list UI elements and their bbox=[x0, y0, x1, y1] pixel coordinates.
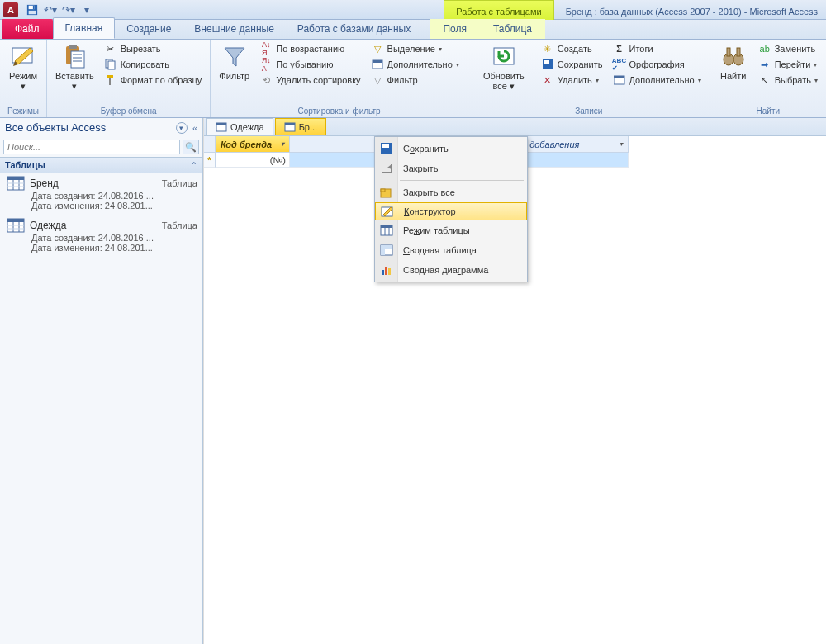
qat-save-icon[interactable] bbox=[25, 2, 40, 17]
window-title: Бренд : база данных (Access 2007 - 2010)… bbox=[554, 3, 826, 17]
filter-button[interactable]: Фильтр bbox=[216, 41, 253, 83]
save-icon bbox=[541, 58, 554, 71]
replace-label: Заменить bbox=[775, 44, 815, 54]
selection-filter-button[interactable]: ▽Выделение bbox=[368, 41, 463, 56]
view-mode-label: Режим bbox=[9, 71, 37, 81]
svg-rect-56 bbox=[388, 268, 391, 275]
more-records-button[interactable]: Дополнительно bbox=[610, 73, 705, 88]
tab-create[interactable]: Создание bbox=[115, 19, 183, 39]
save-record-label: Сохранить bbox=[558, 59, 603, 69]
tab-database-tools[interactable]: Работа с базами данных bbox=[286, 19, 422, 39]
tab-home[interactable]: Главная bbox=[53, 17, 116, 39]
table-icon bbox=[216, 121, 227, 133]
menu-item-label: Закрыть все bbox=[403, 187, 455, 197]
svg-rect-43 bbox=[382, 144, 389, 148]
menu-item-pivot-table[interactable]: Сводная таблица bbox=[375, 240, 527, 260]
column-header-label: Код бренда bbox=[221, 140, 272, 149]
column-dropdown-icon[interactable]: ▾ bbox=[281, 140, 284, 148]
group-sort-filter-label: Сортировка и фильтр bbox=[216, 105, 463, 117]
sort-desc-button[interactable]: Я↓AПо убыванию bbox=[256, 57, 363, 72]
nav-pane-header[interactable]: Все объекты Access ▾ « bbox=[0, 118, 202, 137]
menu-item-close-all[interactable]: Закрыть все bbox=[375, 182, 527, 202]
totals-button[interactable]: ΣИтоги bbox=[610, 41, 705, 56]
menu-item-pivot-chart[interactable]: Сводная диаграмма bbox=[375, 260, 527, 280]
menu-item-design-view[interactable]: Конструктор bbox=[375, 202, 527, 220]
menu-item-label: Режим таблицы bbox=[403, 225, 470, 235]
collapse-group-icon[interactable]: ⌃ bbox=[191, 161, 197, 169]
refresh-all-button[interactable]: Обновить все ▾ bbox=[473, 41, 534, 92]
search-input[interactable] bbox=[3, 140, 180, 154]
tables-group-header[interactable]: Таблицы ⌃ bbox=[0, 157, 202, 173]
qat-undo-icon[interactable]: ↶▾ bbox=[43, 2, 58, 17]
copy-button[interactable]: Копировать bbox=[101, 57, 206, 72]
nav-item-created: Дата создания: 24.08.2016 ... bbox=[7, 191, 197, 201]
advanced-filter-label: Дополнительно bbox=[387, 59, 453, 69]
menu-item-close[interactable]: Закрыть bbox=[375, 159, 527, 178]
sort-asc-icon: A↓Я bbox=[259, 42, 273, 55]
file-tab[interactable]: Файл bbox=[2, 19, 53, 39]
group-records-label: Записи bbox=[473, 105, 705, 117]
doc-tab-label: Бр... bbox=[299, 122, 318, 132]
toggle-filter-button[interactable]: ▽Фильтр bbox=[368, 73, 463, 88]
tab-table[interactable]: Таблица bbox=[480, 19, 545, 39]
nav-dropdown-icon[interactable]: ▾ bbox=[176, 122, 188, 134]
svg-rect-2 bbox=[33, 5, 35, 8]
spelling-button[interactable]: ABC✔Орфография bbox=[610, 57, 705, 72]
row-selector-new[interactable]: * bbox=[204, 153, 216, 168]
menu-item-save[interactable]: Сохранить bbox=[375, 139, 527, 159]
cut-button[interactable]: ✂Вырезать bbox=[101, 41, 206, 56]
paste-icon bbox=[61, 43, 88, 69]
document-tabs: Одежда Бр... bbox=[204, 118, 826, 136]
format-painter-button[interactable]: Формат по образцу bbox=[101, 73, 206, 88]
goto-button[interactable]: ➡Перейти bbox=[755, 57, 821, 72]
doc-tab-clothes[interactable]: Одежда bbox=[206, 118, 273, 135]
select-icon: ↖ bbox=[758, 73, 771, 87]
select-button[interactable]: ↖Выбрать bbox=[755, 73, 821, 88]
sort-asc-button[interactable]: A↓ЯПо возрастанию bbox=[256, 41, 363, 56]
nav-collapse-icon[interactable]: « bbox=[192, 123, 197, 133]
qat-redo-icon[interactable]: ↷▾ bbox=[61, 2, 76, 17]
menu-item-label: Сохранить bbox=[403, 144, 449, 154]
advanced-filter-button[interactable]: Дополнительно bbox=[368, 57, 463, 72]
find-button[interactable]: Найти bbox=[715, 41, 752, 83]
nav-item-type: Таблица bbox=[162, 178, 197, 188]
replace-button[interactable]: abЗаменить bbox=[755, 41, 821, 56]
remove-sort-button[interactable]: ⟲Удалить сортировку bbox=[256, 73, 363, 88]
nav-item-brand[interactable]: Бренд Таблица Дата создания: 24.08.2016 … bbox=[0, 173, 202, 215]
select-label: Выбрать bbox=[775, 75, 811, 85]
group-views-label: Режимы bbox=[5, 105, 41, 117]
svg-rect-24 bbox=[727, 48, 730, 56]
qat-customize-icon[interactable]: ▾ bbox=[79, 2, 94, 17]
tab-fields[interactable]: Поля bbox=[430, 19, 480, 39]
group-records: Обновить все ▾ ✳Создать Сохранить ✕Удали… bbox=[468, 40, 710, 117]
svg-rect-13 bbox=[107, 75, 113, 78]
paste-button[interactable]: Вставить▾ bbox=[52, 41, 97, 92]
svg-rect-21 bbox=[614, 76, 624, 78]
cell-key-new[interactable]: (№) bbox=[216, 153, 290, 168]
remove-sort-icon: ⟲ bbox=[259, 73, 273, 87]
nav-pane-title: Все объекты Access bbox=[5, 121, 106, 134]
menu-item-datasheet-view[interactable]: Режим таблицы bbox=[375, 220, 527, 240]
advanced-icon bbox=[371, 58, 384, 71]
group-clipboard: Вставить▾ ✂Вырезать Копировать Формат по… bbox=[47, 40, 211, 117]
nav-item-clothes[interactable]: Одежда Таблица Дата создания: 24.08.2016… bbox=[0, 215, 202, 258]
find-label: Найти bbox=[720, 71, 746, 81]
save-record-button[interactable]: Сохранить bbox=[538, 57, 606, 72]
ribbon-tabs: Файл Главная Создание Внешние данные Раб… bbox=[0, 20, 826, 40]
svg-rect-16 bbox=[373, 60, 382, 63]
delete-record-button[interactable]: ✕Удалить bbox=[538, 73, 606, 88]
sort-desc-icon: Я↓A bbox=[259, 58, 273, 71]
nav-search-row: 🔍 bbox=[0, 137, 202, 157]
doc-tab-brand[interactable]: Бр... bbox=[275, 118, 327, 135]
refresh-icon bbox=[491, 43, 517, 69]
table-icon bbox=[7, 218, 25, 233]
tab-external-data[interactable]: Внешние данные bbox=[183, 19, 286, 39]
view-mode-button[interactable]: Режим▾ bbox=[5, 41, 41, 92]
select-all-corner[interactable] bbox=[204, 136, 216, 153]
save-icon bbox=[378, 140, 395, 157]
datasheet-icon bbox=[378, 222, 395, 239]
new-record-button[interactable]: ✳Создать bbox=[538, 41, 606, 56]
search-button[interactable]: 🔍 bbox=[183, 140, 199, 154]
column-header-key[interactable]: Код бренда▾ bbox=[216, 136, 290, 153]
svg-rect-53 bbox=[381, 245, 392, 249]
